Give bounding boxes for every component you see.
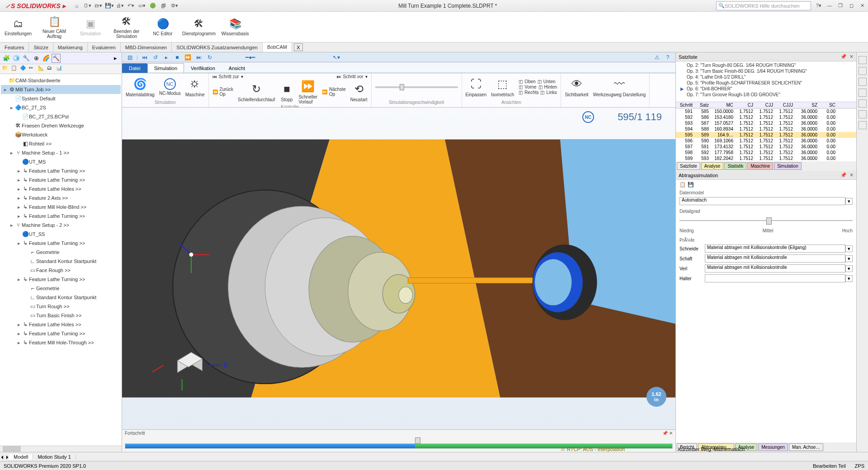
stop-icon[interactable]: ■ bbox=[173, 53, 181, 61]
list-icon[interactable]: ▤ bbox=[126, 53, 134, 61]
strip-icon[interactable] bbox=[859, 78, 867, 86]
tree-item[interactable]: ▸↳Feature Lathe Turning >> bbox=[1, 275, 121, 284]
tree-item[interactable]: ▸🔷BC_2T_2S bbox=[1, 103, 121, 112]
settings-icon[interactable]: ⚙▾ bbox=[170, 1, 179, 10]
tab-verification[interactable]: Verifikation bbox=[184, 63, 222, 73]
tab-close-button[interactable]: X bbox=[294, 43, 303, 51]
op-item[interactable]: Op. 4: "Lathe Drill-1/2 DRILL" bbox=[678, 74, 854, 80]
tree-item[interactable]: 📄BC_2T_2S.BCPst bbox=[1, 112, 121, 121]
tree-item[interactable]: 🔵UT_SS bbox=[1, 230, 121, 239]
rewind-icon[interactable]: ⏮ bbox=[141, 53, 149, 61]
strip-icon[interactable] bbox=[859, 99, 867, 108]
tab-scroll-icon[interactable]: ⏴⏵ bbox=[0, 454, 9, 460]
t6-icon[interactable]: 🗂 bbox=[47, 65, 55, 73]
end-simulation-button[interactable]: 🛠Beenden der Simulation bbox=[112, 15, 141, 39]
tree-item[interactable]: 🔵UT_MS bbox=[1, 157, 121, 166]
new-icon[interactable]: 🗋▾ bbox=[83, 1, 93, 10]
options-icon[interactable]: 🗐 bbox=[159, 1, 169, 10]
grid-row[interactable]: 597591173.41321.75121.75121.751236.00000… bbox=[676, 144, 856, 150]
grid-row[interactable]: 592586153.41801.75121.75121.751236.00000… bbox=[676, 114, 856, 120]
tree-item[interactable]: ▸↳Feature Lathe Turning >> bbox=[1, 212, 121, 221]
help-icon[interactable]: ? bbox=[664, 53, 672, 61]
disp-icon[interactable]: 🌈 bbox=[42, 54, 51, 63]
expand-icon[interactable]: ▸ bbox=[111, 54, 120, 63]
op-item[interactable]: Op. 6: "Drill-BOHRER" bbox=[678, 86, 854, 92]
tree-item[interactable]: ▸↳Feature Mill Hole-Through >> bbox=[1, 338, 121, 347]
tab-satzliste[interactable]: Satzliste bbox=[677, 162, 700, 170]
back-icon[interactable]: ↺ bbox=[151, 53, 160, 61]
new-cam-job-button[interactable]: 📋Neuer CAM Auftrag bbox=[40, 15, 69, 39]
tab-evaluate[interactable]: Evaluieren bbox=[88, 42, 121, 52]
utility-button[interactable]: 🛠Dienstprogramm bbox=[184, 18, 213, 36]
slider-icon[interactable]: ━●━ bbox=[246, 53, 255, 61]
help-icon[interactable]: ?▾ bbox=[815, 3, 823, 9]
tree-item[interactable]: ▸↳Feature Lathe Holes >> bbox=[1, 184, 121, 193]
operation-list[interactable]: Op. 2: "Turn Rough-80 DEG. 1/64 ROUGH TU… bbox=[676, 61, 856, 102]
tree-item[interactable]: ▸↳Feature Lathe Turning >> bbox=[1, 239, 121, 248]
grid-row[interactable]: 591585150.00001.75121.75121.751236.00000… bbox=[676, 108, 856, 114]
open-icon[interactable]: 🗁▾ bbox=[94, 1, 104, 10]
play-icon[interactable]: ▸ bbox=[162, 53, 170, 61]
tree-item[interactable]: ▸↳Feature Lathe Holes >> bbox=[1, 320, 121, 329]
abtrag-select[interactable]: Material abtragen mit Kollisionskontroll… bbox=[705, 264, 845, 273]
3d-viewport[interactable]: Z NC 595/1 119 1.62in bbox=[122, 108, 675, 429]
back-op-button[interactable]: ⏪ Zurück Op bbox=[212, 87, 234, 97]
t2-icon[interactable]: 📋 bbox=[11, 65, 19, 73]
tree-item[interactable]: ∟Standard Kontur Startpunkt bbox=[1, 257, 121, 266]
tab-sketch[interactable]: Skizze bbox=[29, 42, 53, 52]
step-back-button[interactable]: ⏮ Schritt zur ▾ bbox=[212, 74, 243, 79]
tree-item[interactable]: ▭Turn Rough >> bbox=[1, 302, 121, 311]
pm-icon[interactable]: 🧊 bbox=[12, 54, 21, 63]
save-icon[interactable]: 💾▾ bbox=[104, 1, 114, 10]
tab-motion-study[interactable]: Motion Study 1 bbox=[33, 454, 75, 460]
tree-item[interactable]: ▸↳Feature Lathe Turning >> bbox=[1, 166, 121, 175]
grid-row[interactable]: 598592177.79581.75121.75121.751236.00000… bbox=[676, 150, 856, 155]
maximize-icon[interactable]: ◻ bbox=[847, 3, 855, 9]
tree-item[interactable]: ▸↳Feature 2 Axis >> bbox=[1, 193, 121, 202]
tree-item[interactable]: ◧Rohteil >> bbox=[1, 139, 121, 148]
restore-icon[interactable]: ❐ bbox=[836, 3, 844, 9]
tab-analyse[interactable]: Analyse bbox=[701, 162, 724, 170]
tree-item[interactable]: ▸↳Feature Lathe Turning >> bbox=[1, 175, 121, 184]
tab-achse[interactable]: Man. Achse… bbox=[789, 443, 823, 451]
strip-icon[interactable] bbox=[859, 56, 867, 64]
print-icon[interactable]: 🖨▾ bbox=[115, 1, 125, 10]
tree-item[interactable]: ▸↳Feature Mill Hole-Blind >> bbox=[1, 202, 121, 212]
op-item[interactable]: Op. 5: "Profile Rough-SCHAFTFRAESER SCHL… bbox=[678, 80, 854, 86]
tree-item[interactable]: 📦Werkstueck bbox=[1, 130, 121, 139]
tab-maschine[interactable]: Maschine bbox=[747, 162, 773, 170]
next-op-button[interactable]: ⏩ Nächste Op bbox=[322, 87, 346, 97]
machine-button[interactable]: ⛭Maschine bbox=[185, 77, 205, 97]
grid-row[interactable]: 595589164.9…1.75121.75121.751236.00000.0… bbox=[676, 132, 856, 138]
toolpath-disp-button[interactable]: 〰Werkzeugweg Darstellung bbox=[593, 77, 646, 97]
nc-editor-button[interactable]: 🔵NC Editor bbox=[148, 18, 177, 36]
abtrag-select[interactable]: Material abtragen mit Kollisionskontroll… bbox=[705, 254, 845, 263]
fit-button[interactable]: ⛶Einpassen bbox=[466, 77, 487, 97]
abtrag-select[interactable]: Material abtragen mit Kollisionskontroll… bbox=[705, 244, 845, 253]
tab-features[interactable]: Features bbox=[0, 42, 29, 52]
step-fwd-button[interactable]: ⏭ Schritt vor ▾ bbox=[337, 74, 368, 79]
t5-icon[interactable]: 📐 bbox=[38, 65, 46, 73]
tab-simulation[interactable]: Simulation bbox=[147, 63, 184, 73]
t7-icon[interactable]: 📊 bbox=[56, 65, 64, 73]
nc-grid[interactable]: SchrittSatzMCCJCJJCJJJSZSC 591585150.000… bbox=[676, 102, 856, 161]
t3-icon[interactable]: 🔷 bbox=[20, 65, 28, 73]
dim-icon[interactable]: ⊕ bbox=[32, 54, 41, 63]
warn-icon[interactable]: ⚠ bbox=[653, 53, 661, 61]
tree-item[interactable]: ⌐Geometrie bbox=[1, 248, 121, 257]
loop-button[interactable]: ↻Schleifendurchlauf bbox=[238, 82, 275, 102]
nc-mode-button[interactable]: NCNC-Modus bbox=[159, 78, 181, 96]
abtrag-icon1[interactable]: 📋 bbox=[679, 182, 686, 188]
grid-row[interactable]: 596590169.10661.75121.75121.751236.00000… bbox=[676, 138, 856, 144]
tab-statistik[interactable]: Statistik bbox=[724, 162, 746, 170]
fm-icon[interactable]: 🧩 bbox=[2, 54, 11, 63]
close-icon[interactable]: ✕ bbox=[849, 54, 854, 60]
datenmodel-select[interactable]: Automatisch bbox=[679, 197, 845, 205]
tab-bobcam[interactable]: BobCAM bbox=[263, 42, 292, 52]
tree-item[interactable]: ▸↳Feature Lathe Turning >> bbox=[1, 329, 121, 338]
t4-icon[interactable]: ✏ bbox=[29, 65, 37, 73]
tree-item[interactable]: ▸⑂Machine Setup - 1 >> bbox=[1, 148, 121, 157]
tab-file[interactable]: Datei bbox=[122, 63, 147, 73]
tab-messungen[interactable]: Messungen bbox=[758, 443, 788, 451]
tree-item[interactable]: ▸⚙Mill Turn Job >> bbox=[1, 85, 121, 94]
